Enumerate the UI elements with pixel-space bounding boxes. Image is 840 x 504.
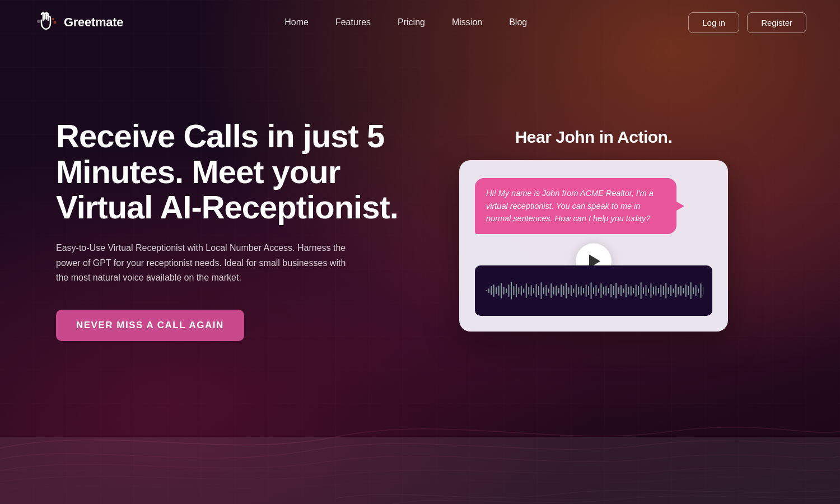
waveform-area [475, 265, 712, 316]
hero-left: Receive Calls in just 5 Minutes. Meet yo… [56, 118, 403, 342]
nav-features[interactable]: Features [335, 17, 371, 27]
bottom-section [0, 437, 840, 504]
svg-point-2 [54, 21, 57, 24]
hero-subtitle: Easy-to-Use Virtual Receptionist with Lo… [56, 241, 347, 285]
register-button[interactable]: Register [747, 12, 806, 33]
audio-card: Hi! My name is John from ACME Realtor, I… [459, 160, 728, 331]
nav-pricing[interactable]: Pricing [398, 17, 425, 27]
hero-title: Receive Calls in just 5 Minutes. Meet yo… [56, 118, 403, 225]
login-button[interactable]: Log in [688, 12, 739, 33]
hero-right: Hear John in Action. Hi! My name is John… [448, 128, 739, 331]
waveform-svg [484, 277, 703, 305]
brand-name: Greetmate [64, 15, 123, 30]
svg-point-0 [37, 20, 40, 23]
nav-home[interactable]: Home [284, 17, 309, 27]
nav-links: Home Features Pricing Mission Blog [284, 17, 527, 27]
cta-button[interactable]: NEVER MISS A CALL AGAIN [56, 310, 244, 341]
chat-bubble: Hi! My name is John from ACME Realtor, I… [475, 178, 676, 234]
logo-icon [34, 10, 58, 35]
demo-section-title: Hear John in Action. [515, 128, 673, 147]
audio-card-inner: Hi! My name is John from ACME Realtor, I… [475, 178, 712, 315]
hero-section: Receive Calls in just 5 Minutes. Meet yo… [0, 45, 840, 437]
svg-point-1 [52, 18, 54, 20]
logo[interactable]: Greetmate [34, 10, 123, 35]
nav-blog[interactable]: Blog [509, 17, 527, 27]
nav-mission[interactable]: Mission [452, 17, 482, 27]
nav-actions: Log in Register [688, 12, 806, 33]
navbar: Greetmate Home Features Pricing Mission … [0, 0, 840, 45]
